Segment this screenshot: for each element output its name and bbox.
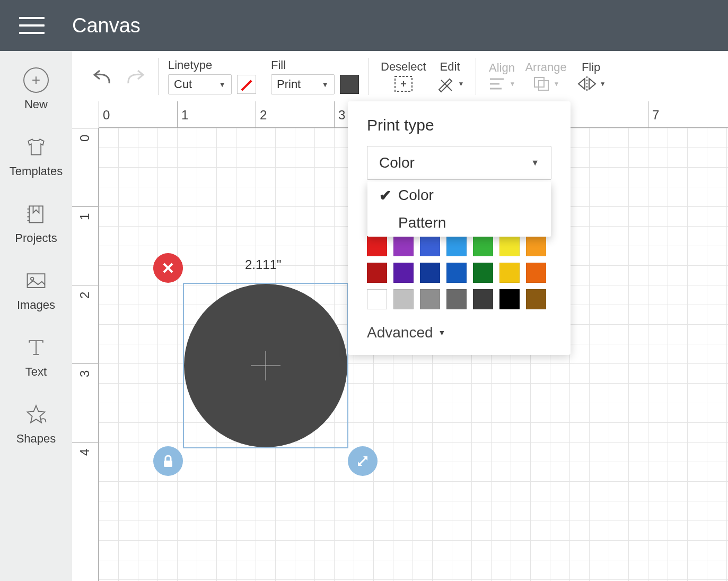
notebook-icon xyxy=(23,201,49,227)
edit-button[interactable]: Edit ▼ xyxy=(436,60,464,93)
image-icon xyxy=(23,267,49,294)
star-icon xyxy=(23,401,49,428)
color-swatch[interactable] xyxy=(446,289,467,309)
ruler-tick-label: 2 xyxy=(260,108,267,123)
page-title: Canvas xyxy=(72,14,141,37)
fill-select[interactable]: Print ▼ xyxy=(271,74,335,94)
color-swatch[interactable] xyxy=(473,236,493,256)
arrange-button[interactable]: Arrange ▼ xyxy=(525,60,566,92)
svg-rect-14 xyxy=(164,461,172,467)
toolbar-divider xyxy=(476,58,476,95)
linetype-label: Linetype xyxy=(168,58,256,72)
close-icon xyxy=(162,262,174,274)
sidebar-item-text[interactable]: Text xyxy=(23,334,49,379)
caret-down-icon: ▼ xyxy=(509,80,515,88)
linetype-select[interactable]: Cut ▼ xyxy=(168,74,232,94)
sidebar-item-label: Templates xyxy=(10,164,63,178)
ruler-tick-label: 0 xyxy=(103,108,110,123)
color-swatch[interactable] xyxy=(367,289,387,309)
resize-icon xyxy=(356,454,370,468)
deselect-label: Deselect xyxy=(381,60,426,74)
color-swatch[interactable] xyxy=(473,289,493,309)
hamburger-menu-icon[interactable] xyxy=(19,17,45,34)
color-swatch[interactable] xyxy=(499,289,520,309)
color-swatch[interactable] xyxy=(499,263,520,283)
center-crosshair-icon xyxy=(251,351,280,380)
color-swatch[interactable] xyxy=(393,289,414,309)
color-swatch[interactable] xyxy=(393,236,414,256)
color-swatch[interactable] xyxy=(393,263,414,283)
sidebar-item-images[interactable]: Images xyxy=(17,267,55,312)
dropdown-option-color[interactable]: ✔ Color xyxy=(367,181,551,209)
dropdown-option-label: Color xyxy=(398,187,434,204)
redo-button[interactable] xyxy=(125,67,146,86)
print-type-value: Color xyxy=(379,154,415,171)
color-swatch[interactable] xyxy=(420,263,440,283)
color-swatch[interactable] xyxy=(526,236,546,256)
deselect-button[interactable]: Deselect xyxy=(381,60,426,93)
advanced-toggle[interactable]: Advanced ▼ xyxy=(367,324,551,341)
color-swatch[interactable] xyxy=(446,263,467,283)
color-swatch[interactable] xyxy=(367,263,387,283)
color-swatch[interactable] xyxy=(420,289,440,309)
sidebar-item-templates[interactable]: Templates xyxy=(10,134,63,178)
lock-icon xyxy=(162,454,174,468)
color-swatch[interactable] xyxy=(473,263,493,283)
ruler-vertical: 01234 xyxy=(72,128,99,581)
undo-button[interactable] xyxy=(91,67,112,86)
caret-down-icon: ▼ xyxy=(218,80,226,89)
selection-dimension: 2.111" xyxy=(245,257,282,272)
sidebar-item-label: New xyxy=(24,98,48,111)
sidebar-item-label: Images xyxy=(17,298,55,312)
svg-rect-1 xyxy=(28,274,45,288)
sidebar-item-new[interactable]: + New xyxy=(23,67,49,111)
color-swatch[interactable] xyxy=(499,236,520,256)
lock-handle[interactable] xyxy=(153,446,183,476)
color-swatch[interactable] xyxy=(420,236,440,256)
fill-value: Print xyxy=(277,77,301,91)
sidebar-item-label: Text xyxy=(25,365,47,379)
linetype-swatch[interactable] xyxy=(237,75,256,94)
ruler-tick-label: 7 xyxy=(652,108,659,123)
color-swatch[interactable] xyxy=(526,289,546,309)
selection-box[interactable] xyxy=(183,283,348,448)
sidebar-item-label: Shapes xyxy=(16,432,56,446)
flip-label: Flip xyxy=(582,60,600,74)
svg-line-15 xyxy=(359,457,366,465)
top-toolbar: Linetype Cut ▼ Fill Print ▼ Deselect xyxy=(72,51,728,101)
align-button[interactable]: Align ▼ xyxy=(488,61,515,92)
resize-handle[interactable] xyxy=(348,446,378,476)
caret-down-icon: ▼ xyxy=(458,80,464,88)
sidebar-item-shapes[interactable]: Shapes xyxy=(16,401,56,446)
align-icon xyxy=(488,76,507,92)
flip-button[interactable]: Flip ▼ xyxy=(576,60,606,92)
ruler-tick-label: 4 xyxy=(77,449,92,456)
color-swatch[interactable] xyxy=(526,263,546,283)
edit-label: Edit xyxy=(440,60,460,74)
advanced-label: Advanced xyxy=(367,324,433,341)
left-rail: + New Templates Projects Images xyxy=(0,51,72,581)
fill-label: Fill xyxy=(271,58,359,72)
color-swatch[interactable] xyxy=(367,236,387,256)
caret-down-icon: ▼ xyxy=(531,158,539,168)
print-type-select[interactable]: Color ▼ ✔ Color Pattern xyxy=(367,146,551,180)
flip-icon xyxy=(576,75,598,92)
delete-handle[interactable] xyxy=(153,253,183,283)
dropdown-option-label: Pattern xyxy=(398,214,446,231)
ruler-tick-label: 0 xyxy=(77,135,92,142)
caret-down-icon: ▼ xyxy=(438,328,446,337)
sidebar-item-projects[interactable]: Projects xyxy=(15,201,57,245)
dropdown-option-pattern[interactable]: Pattern xyxy=(367,209,551,237)
caret-down-icon: ▼ xyxy=(554,80,560,88)
edit-tools-icon xyxy=(436,75,456,93)
sidebar-item-label: Projects xyxy=(15,231,57,245)
svg-point-2 xyxy=(31,278,33,281)
toolbar-divider xyxy=(369,58,369,95)
ruler-tick-label: 2 xyxy=(77,292,92,299)
fill-swatch[interactable] xyxy=(340,75,359,94)
ruler-tick-label: 1 xyxy=(77,213,92,220)
color-swatch[interactable] xyxy=(446,236,467,256)
caret-down-icon: ▼ xyxy=(600,80,606,88)
tshirt-icon xyxy=(23,134,49,160)
canvas[interactable]: 01237 01234 2.111" Print type Color ▼ ✔ … xyxy=(72,101,728,581)
